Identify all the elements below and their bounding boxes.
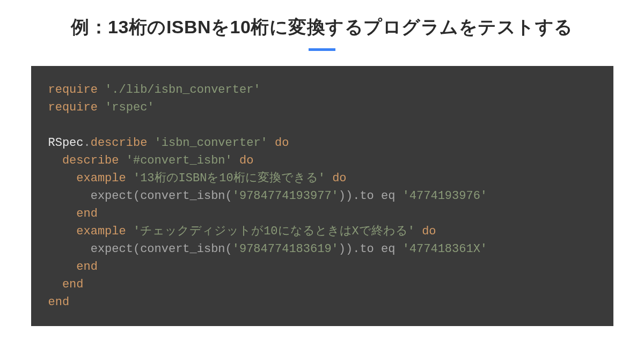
code-token: 'チェックディジットが10になるときはXで終わる': [133, 225, 415, 238]
title-underline: [309, 48, 335, 51]
code-block: require './lib/isbn_converter'require 'r…: [31, 66, 613, 326]
code-token: [268, 136, 275, 150]
code-token: )).to eq: [339, 189, 402, 203]
code-line: RSpec.describe 'isbn_converter' do: [48, 134, 596, 152]
code-token: [119, 154, 126, 167]
code-token: 'isbn_converter': [155, 136, 268, 150]
code-token: )).to eq: [339, 242, 402, 256]
code-line: require 'rspec': [48, 99, 596, 116]
code-token: end: [62, 278, 84, 291]
code-token: end: [76, 260, 98, 274]
code-token: require: [48, 83, 98, 97]
code-token: do: [275, 136, 289, 150]
code-line: expect(convert_isbn('9784774193977')).to…: [48, 187, 596, 205]
code-token: [415, 225, 422, 238]
code-token: [232, 154, 239, 167]
code-token: '477418361X': [402, 242, 487, 256]
code-token: 'rspec': [105, 101, 154, 114]
code-token: [147, 136, 154, 150]
code-token: [126, 172, 133, 185]
slide-title: 例：13桁のISBNを10桁に変換するプログラムをテストする: [71, 15, 573, 40]
code-token: '#convert_isbn': [126, 154, 232, 167]
code-token: expect(convert_isbn(: [91, 242, 232, 256]
code-line: example '13桁のISBNを10桁に変換できる' do: [48, 169, 596, 187]
code-token: end: [76, 207, 98, 220]
code-token: '9784774193977': [232, 189, 339, 203]
code-line: require './lib/isbn_converter': [48, 81, 596, 99]
code-line: end: [48, 205, 596, 223]
code-line: end: [48, 258, 596, 276]
code-token: '13桁のISBNを10桁に変換できる': [133, 172, 325, 185]
code-token: RSpec: [48, 136, 84, 150]
code-token: end: [48, 295, 70, 309]
code-line: describe '#convert_isbn' do: [48, 152, 596, 169]
code-token: [126, 225, 133, 238]
code-token: [325, 172, 332, 185]
code-token: '4774193976': [402, 189, 487, 203]
code-token: require: [48, 101, 98, 114]
code-token: './lib/isbn_converter': [105, 83, 260, 97]
code-token: describe: [62, 154, 119, 167]
code-token: do: [422, 225, 436, 238]
code-token: describe: [91, 136, 148, 150]
code-line: [48, 116, 596, 134]
code-line: expect(convert_isbn('9784774183619')).to…: [48, 240, 596, 258]
code-token: [98, 83, 105, 97]
code-token: do: [239, 154, 253, 167]
code-token: expect(convert_isbn(: [91, 189, 232, 203]
code-token: [98, 101, 105, 114]
code-line: end: [48, 293, 596, 311]
code-token: example: [76, 172, 126, 185]
code-token: '9784774183619': [232, 242, 339, 256]
code-token: .: [84, 136, 91, 150]
code-line: example 'チェックディジットが10になるときはXで終わる' do: [48, 223, 596, 240]
code-line: end: [48, 276, 596, 293]
code-token: example: [76, 225, 126, 238]
code-token: do: [332, 172, 346, 185]
